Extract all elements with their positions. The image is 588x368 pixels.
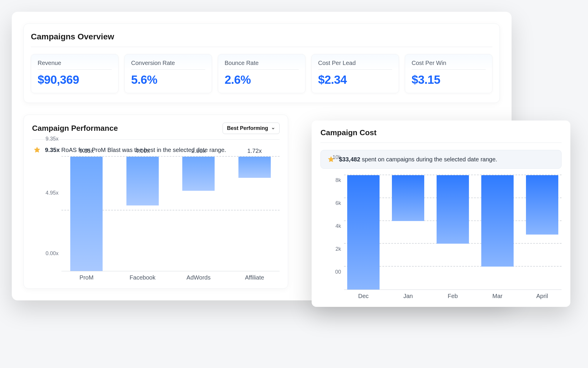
performance-title: Campaign Performance (32, 124, 118, 133)
kpi-label: Revenue (38, 60, 112, 70)
kpi-label: Cost Per Win (412, 60, 486, 70)
bar-group (389, 175, 427, 290)
x-tick-label: April (523, 293, 562, 300)
bar-group (344, 175, 383, 290)
performance-panel: Campaign Performance Best Performing 9.3… (24, 115, 288, 289)
y-tick-label: 0.00x (46, 250, 59, 257)
x-tick-label: Feb (433, 293, 472, 300)
bar-group (523, 175, 562, 290)
performance-highlight: 9.35x RoAS from ProM Blast was the best … (32, 140, 280, 157)
cost-chart: 002k4k6k8k10kDecJanFebMarApril (320, 175, 562, 302)
kpi-label: Conversion Rate (131, 60, 205, 70)
kpi-label: Cost Per Lead (318, 60, 392, 70)
kpi-cost-per-win: Cost Per Win $3.15 (405, 54, 492, 93)
x-tick-label: Dec (344, 293, 383, 300)
bar-value-label: 2.80x (191, 148, 206, 154)
highlight-strong: 9.35x (45, 147, 60, 153)
y-tick-label: 8k (335, 177, 341, 183)
bar-value-label: 1.72x (247, 148, 262, 154)
bar: 4.00x (126, 157, 159, 205)
chevron-down-icon (271, 126, 275, 131)
cost-highlight-text: $33,482 spent on campaigns during the se… (339, 156, 497, 163)
kpi-value: 2.6% (225, 73, 299, 86)
y-tick-label: 00 (335, 269, 341, 275)
cost-panel: Campaign Cost $33,482 spent on campaigns… (312, 121, 570, 307)
star-icon (33, 146, 41, 154)
y-tick-label: 6k (335, 200, 341, 206)
kpi-conversion-rate: Conversion Rate 5.6% (124, 54, 212, 93)
bar-value-label: 9.35x (79, 148, 94, 154)
bar (437, 175, 469, 244)
y-tick-label: 10k (333, 154, 341, 160)
bar: 2.80x (182, 157, 215, 191)
bar-group: 2.80x (173, 157, 224, 271)
kpi-cost-per-lead: Cost Per Lead $2.34 (311, 54, 399, 93)
highlight-rest: spent on campaigns during the selected d… (360, 156, 497, 163)
kpi-bounce-rate: Bounce Rate 2.6% (218, 54, 305, 93)
bar (392, 175, 424, 221)
kpi-value: $2.34 (318, 73, 392, 86)
bar (347, 175, 380, 290)
y-tick-label: 9.35x (46, 136, 59, 142)
bar (526, 175, 558, 235)
bar-group: 9.35x (61, 157, 112, 271)
bar: 1.72x (238, 157, 271, 178)
x-tick-label: ProM (61, 274, 112, 281)
x-tick-label: AdWords (173, 274, 224, 281)
highlight-strong: $33,482 (339, 156, 360, 163)
y-tick-label: 4k (335, 223, 341, 229)
x-tick-label: Jan (389, 293, 427, 300)
bar (481, 175, 514, 267)
sort-dropdown[interactable]: Best Performing (223, 123, 280, 134)
kpi-grid: Revenue $90,369 Conversion Rate 5.6% Bou… (31, 54, 492, 93)
performance-chart: 0.00x4.95x9.35x9.35x4.00x2.80x1.72xProMF… (32, 157, 280, 283)
performance-header: Campaign Performance Best Performing (32, 123, 280, 140)
bar: 9.35x (70, 157, 103, 271)
kpi-value: $90,369 (38, 73, 112, 86)
dropdown-selected: Best Performing (227, 125, 268, 131)
bar-value-label: 4.00x (135, 148, 150, 154)
bar-group: 4.00x (118, 157, 168, 271)
bar-group (478, 175, 517, 290)
x-tick-label: Mar (478, 293, 517, 300)
kpi-value: $3.15 (412, 73, 486, 86)
kpi-revenue: Revenue $90,369 (31, 54, 118, 93)
kpi-label: Bounce Rate (225, 60, 299, 70)
x-tick-label: Affiliate (230, 274, 280, 281)
cost-highlight: $33,482 spent on campaigns during the se… (320, 150, 562, 169)
x-tick-label: Facebook (118, 274, 168, 281)
overview-panel: Campaigns Overview Revenue $90,369 Conve… (24, 24, 500, 103)
bar-group: 1.72x (230, 157, 280, 271)
cost-title: Campaign Cost (320, 128, 562, 143)
bar-group (433, 175, 472, 290)
overview-title: Campaigns Overview (31, 32, 492, 47)
y-tick-label: 4.95x (46, 190, 59, 196)
kpi-value: 5.6% (131, 73, 205, 86)
y-tick-label: 2k (335, 246, 341, 252)
